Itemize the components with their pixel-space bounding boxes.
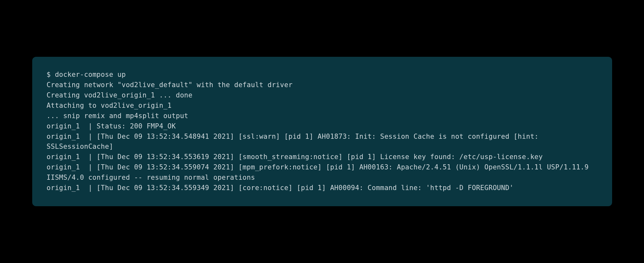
output-line: Attaching to vod2live_origin_1 xyxy=(47,102,172,109)
output-line: origin_1 | [Thu Dec 09 13:52:34.559349 2… xyxy=(47,184,514,192)
output-line: origin_1 | [Thu Dec 09 13:52:34.559074 2… xyxy=(47,163,593,181)
output-line: origin_1 | [Thu Dec 09 13:52:34.553619 2… xyxy=(47,153,543,161)
output-line: Creating network "vod2live_default" with… xyxy=(47,81,293,89)
shell-command: docker-compose up xyxy=(55,71,126,78)
terminal-output[interactable]: $ docker-compose up Creating network "vo… xyxy=(47,70,598,193)
terminal-window: $ docker-compose up Creating network "vo… xyxy=(32,57,612,206)
output-line: ... snip remix and mp4split output xyxy=(47,112,188,120)
shell-prompt: $ xyxy=(47,71,55,78)
output-line: origin_1 | Status: 200 FMP4_OK xyxy=(47,122,176,130)
output-line: origin_1 | [Thu Dec 09 13:52:34.548941 2… xyxy=(47,133,543,151)
output-line: Creating vod2live_origin_1 ... done xyxy=(47,91,193,99)
